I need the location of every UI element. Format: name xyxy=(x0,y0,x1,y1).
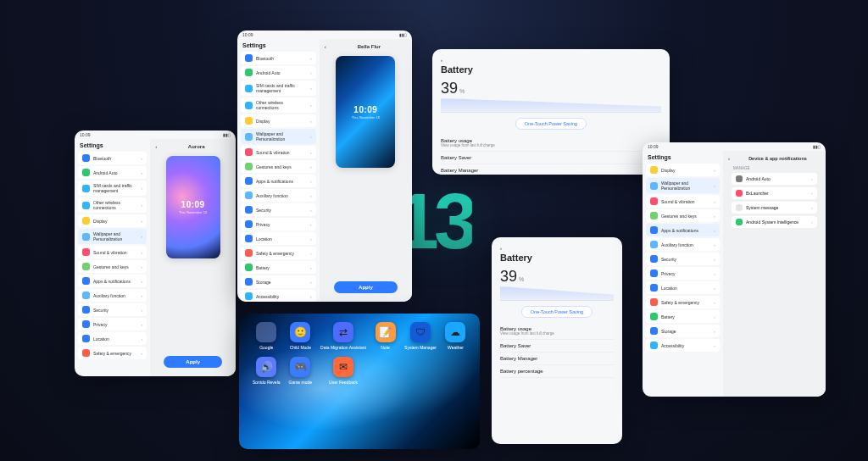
app-icon: ☁ xyxy=(445,322,465,342)
sidebar-item-sound-vibration[interactable]: Sound & vibration› xyxy=(241,146,316,158)
sidebar-item-gestures-and-keys[interactable]: Gestures and keys› xyxy=(646,209,720,222)
sidebar-item-location[interactable]: Location› xyxy=(78,332,147,345)
notif-app-bxlauncher[interactable]: BxLauncher› xyxy=(732,187,817,199)
app-label: Android System Intelligence xyxy=(746,219,798,225)
sidebar-item-bluetooth[interactable]: Bluetooth› xyxy=(78,152,147,164)
screenshot-settings-bella: 10:09▮▮▯ Settings Bluetooth›Android Auto… xyxy=(237,31,412,302)
sidebar-icon xyxy=(82,263,90,270)
sidebar-item-gestures-and-keys[interactable]: Gestures and keys› xyxy=(78,260,147,273)
sidebar-item-battery[interactable]: Battery› xyxy=(646,310,720,323)
back-button[interactable]: ‹ xyxy=(441,58,442,63)
battery-row[interactable]: Battery usageView usage from last full c… xyxy=(500,323,614,340)
sidebar-item-security[interactable]: Security› xyxy=(241,203,316,216)
app-note[interactable]: 📝Note xyxy=(376,322,396,350)
apply-button[interactable]: Apply xyxy=(334,281,398,293)
sidebar-item-location[interactable]: Location› xyxy=(646,281,720,294)
chevron-right-icon: › xyxy=(310,164,312,169)
sidebar-item-other-wireless-connections[interactable]: Other wireless connections› xyxy=(241,97,316,113)
sidebar-item-display[interactable]: Display› xyxy=(241,114,316,127)
sidebar-item-safety-emergency[interactable]: Safety & emergency› xyxy=(241,247,316,259)
battery-row[interactable]: Battery Manager xyxy=(500,353,614,365)
sidebar-item-privacy[interactable]: Privacy› xyxy=(78,318,147,330)
sidebar-item-label: Safety & emergency xyxy=(661,300,699,305)
notif-app-android-auto[interactable]: Android Auto› xyxy=(732,173,817,185)
notif-app-android-system-intelligence[interactable]: Android System Intelligence› xyxy=(732,216,817,228)
battery-row[interactable]: Battery usageView usage from last full c… xyxy=(441,135,661,152)
battery-row[interactable]: Battery Saver xyxy=(441,152,661,164)
sidebar-item-location[interactable]: Location› xyxy=(241,232,316,245)
app-child-mode[interactable]: 🙂Child Mode xyxy=(290,322,311,350)
sidebar-icon xyxy=(245,133,253,141)
sidebar-item-security[interactable]: Security› xyxy=(78,303,147,316)
sidebar-icon xyxy=(245,69,253,76)
app-weather[interactable]: ☁Weather xyxy=(445,322,465,350)
app-system-manager[interactable]: 🛡System Manager xyxy=(404,322,437,350)
sidebar-item-security[interactable]: Security› xyxy=(646,253,720,265)
battery-row[interactable]: Battery percentage xyxy=(500,365,614,378)
wallpaper-preview[interactable]: 10:09 Thu, November 10 xyxy=(336,56,395,168)
sidebar-item-bluetooth[interactable]: Bluetooth› xyxy=(241,52,316,64)
sidebar-item-label: Accessibility xyxy=(661,343,684,348)
chevron-right-icon: › xyxy=(310,179,312,184)
wallpaper-preview[interactable]: 10:09 Thu, November 10 xyxy=(166,156,220,258)
sidebar-item-wallpaper-and-personalization[interactable]: Wallpaper and Personalization› xyxy=(78,229,147,244)
sidebar-icon xyxy=(245,117,253,125)
sidebar-item-display[interactable]: Display› xyxy=(646,164,720,176)
app-user-feedback[interactable]: ✉User Feedback xyxy=(329,357,358,385)
sidebar-item-accessibility[interactable]: Accessibility› xyxy=(241,290,316,302)
sidebar-item-label: Wallpaper and Personalization xyxy=(93,231,137,242)
sidebar-item-sim-cards-and-traffic-management[interactable]: SIM cards and traffic management› xyxy=(241,81,316,96)
sidebar-item-sound-vibration[interactable]: Sound & vibration› xyxy=(78,246,147,258)
sidebar-item-android-auto[interactable]: Android Auto› xyxy=(241,66,316,79)
app-sonido-revela[interactable]: 🔊Sonido Revela xyxy=(253,357,281,385)
app-label: System Manager xyxy=(404,345,437,350)
sidebar-item-other-wireless-connections[interactable]: Other wireless connections› xyxy=(78,197,147,213)
back-button[interactable]: ‹ xyxy=(155,144,157,149)
sidebar-item-storage[interactable]: Storage› xyxy=(241,275,316,288)
sidebar-icon xyxy=(245,102,253,109)
sidebar-item-auxiliary-function[interactable]: Auxiliary function› xyxy=(78,289,147,302)
sidebar-item-privacy[interactable]: Privacy› xyxy=(646,267,720,280)
sidebar-item-display[interactable]: Display› xyxy=(78,214,147,227)
apply-button[interactable]: Apply xyxy=(164,356,222,368)
chevron-right-icon: › xyxy=(310,236,312,242)
sidebar-item-privacy[interactable]: Privacy› xyxy=(241,218,316,230)
sidebar-item-battery[interactable]: Battery› xyxy=(241,261,316,274)
sidebar-item-sound-vibration[interactable]: Sound & vibration› xyxy=(646,195,720,208)
sidebar-item-label: Security xyxy=(93,308,108,313)
app-data-migration-assistant[interactable]: ⇄Data Migration Assistant xyxy=(320,322,366,350)
sidebar-item-sim-cards-and-traffic-management[interactable]: SIM cards and traffic management› xyxy=(78,181,147,196)
power-saving-button[interactable]: One-Touch Power Saving xyxy=(521,306,593,318)
sidebar-item-apps-notifications[interactable]: Apps & notifications› xyxy=(241,175,316,187)
app-icon: 🛡 xyxy=(410,322,431,342)
sidebar-item-auxiliary-function[interactable]: Auxiliary function› xyxy=(646,238,720,251)
battery-row[interactable]: Battery Saver xyxy=(500,340,614,353)
sidebar-item-apps-notifications[interactable]: Apps & notifications› xyxy=(646,224,720,236)
sidebar-item-storage[interactable]: Storage› xyxy=(646,325,720,337)
chevron-right-icon: › xyxy=(310,222,312,227)
chevron-right-icon: › xyxy=(811,191,813,196)
sidebar-icon xyxy=(82,306,90,314)
sidebar-item-auxiliary-function[interactable]: Auxiliary function› xyxy=(241,189,316,202)
back-button[interactable]: ‹ xyxy=(728,156,730,161)
back-button[interactable]: ‹ xyxy=(500,246,502,251)
sidebar-item-apps-notifications[interactable]: Apps & notifications› xyxy=(78,275,147,287)
sidebar-item-android-auto[interactable]: Android Auto› xyxy=(78,166,147,179)
chevron-right-icon: › xyxy=(714,329,715,334)
app-google[interactable]: Google xyxy=(256,322,276,350)
sidebar-item-accessibility[interactable]: Accessibility› xyxy=(646,339,720,352)
sidebar-item-label: Auxiliary function xyxy=(256,193,288,198)
sidebar-item-wallpaper-and-personalization[interactable]: Wallpaper and Personalization› xyxy=(646,178,720,193)
app-game-mode[interactable]: 🎮Game mode xyxy=(289,357,313,385)
sidebar-icon xyxy=(245,220,253,228)
back-button[interactable]: ‹ xyxy=(325,44,326,49)
sidebar-item-gestures-and-keys[interactable]: Gestures and keys› xyxy=(241,160,316,173)
sidebar-item-safety-emergency[interactable]: Safety & emergency› xyxy=(78,347,147,359)
battery-row[interactable]: Battery Manager xyxy=(441,164,661,175)
sidebar-item-label: Android Auto xyxy=(256,70,281,75)
notif-app-system-message[interactable]: System message› xyxy=(732,202,817,214)
sidebar-item-safety-emergency[interactable]: Safety & emergency› xyxy=(646,296,720,308)
power-saving-button[interactable]: One-Touch Power Saving xyxy=(515,118,587,130)
sidebar-item-wallpaper-and-personalization[interactable]: Wallpaper and Personalization› xyxy=(241,129,316,144)
sidebar-icon xyxy=(245,85,253,92)
